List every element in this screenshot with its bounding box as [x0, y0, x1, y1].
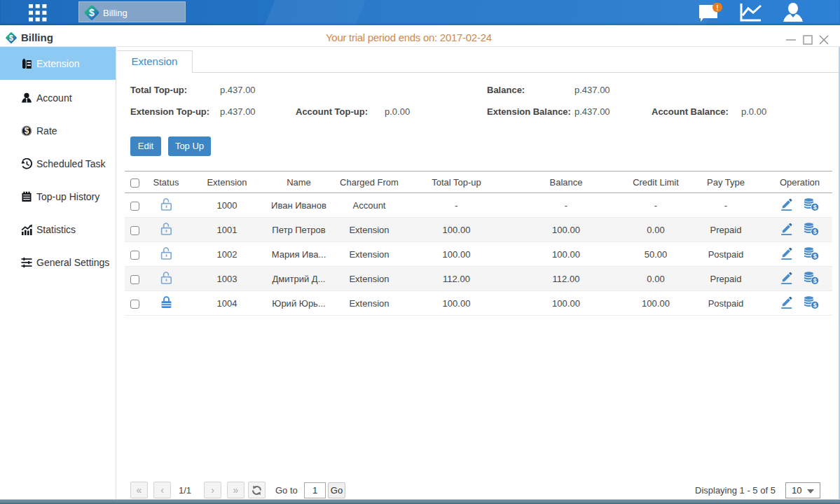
svg-text:$: $ [813, 253, 817, 260]
svg-text:$: $ [813, 204, 817, 211]
svg-text:$: $ [813, 277, 817, 284]
svg-text:$: $ [9, 34, 13, 42]
svg-text:$: $ [813, 228, 817, 235]
svg-text:$: $ [813, 302, 817, 309]
svg-text:$: $ [25, 126, 29, 136]
svg-text:!: ! [716, 4, 718, 12]
svg-text:$: $ [89, 7, 95, 18]
